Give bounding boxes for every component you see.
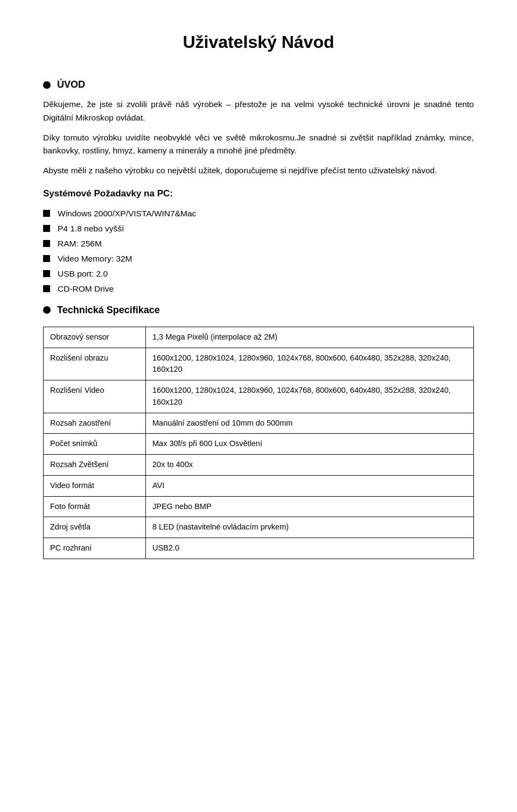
table-cell-value: AVI xyxy=(146,475,474,496)
list-item-label-3: RAM: 256M xyxy=(58,239,102,249)
list-item-label-2: P4 1.8 nebo vyšší xyxy=(58,224,124,234)
table-cell-label: Obrazový sensor xyxy=(44,327,146,348)
list-item: USB port: 2.0 xyxy=(43,269,474,279)
intro-paragraph-3: Abyste měli z našeho výrobku co největší… xyxy=(43,164,474,178)
tech-spec-bullet-icon xyxy=(43,306,51,314)
list-bullet-icon-4 xyxy=(43,255,50,262)
table-row: Rozlišení obrazu1600x1200, 1280x1024, 12… xyxy=(44,348,474,380)
list-item-label-1: Windows 2000/XP/VISTA/WIN7&Mac xyxy=(58,209,196,218)
table-cell-label: Rozlišení Video xyxy=(44,380,146,413)
intro-header: ÚVOD xyxy=(43,79,474,90)
tech-spec-title: Technická Specifikace xyxy=(57,305,160,316)
table-cell-label: Počet snímků xyxy=(44,434,146,455)
list-bullet-icon-1 xyxy=(43,210,50,217)
table-cell-label: Rozsah zaostření xyxy=(44,413,146,434)
system-requirements-section: Systémové Požadavky na PC: Windows 2000/… xyxy=(43,188,474,294)
page-title: Uživatelský Návod xyxy=(43,32,474,52)
list-item-label-4: Video Memory: 32M xyxy=(58,254,132,264)
table-row: Rozlišení Video1600x1200, 1280x1024, 128… xyxy=(44,380,474,413)
intro-title: ÚVOD xyxy=(57,79,85,90)
tech-spec-table: Obrazový sensor1,3 Mega Pixelů (interpol… xyxy=(43,327,474,559)
table-cell-label: Rozlišení obrazu xyxy=(44,348,146,380)
table-row: Zdroj světla8 LED (nastavitelné ovládací… xyxy=(44,517,474,538)
table-row: PC rozhraníUSB2.0 xyxy=(44,538,474,559)
list-item-label-6: CD-ROM Drive xyxy=(58,284,114,294)
list-item-label-5: USB port: 2.0 xyxy=(58,269,108,279)
table-cell-value: 1,3 Mega Pixelů (interpolace až 2M) xyxy=(146,327,474,348)
table-row: Obrazový sensor1,3 Mega Pixelů (interpol… xyxy=(44,327,474,348)
intro-section: ÚVOD Děkujeme, že jste si zvolili právě … xyxy=(43,79,474,178)
table-row: Počet snímkůMax 30f/s při 600 Lux Osvětl… xyxy=(44,434,474,455)
intro-paragraph-1: Děkujeme, že jste si zvolili právě náš v… xyxy=(43,98,474,125)
table-cell-label: Zdroj světla xyxy=(44,517,146,538)
table-row: Rozsah Zvětšení20x to 400x xyxy=(44,455,474,476)
tech-spec-header: Technická Specifikace xyxy=(43,305,474,316)
intro-bullet-icon xyxy=(43,81,51,89)
list-item: Video Memory: 32M xyxy=(43,254,474,264)
table-row: Foto formátJPEG nebo BMP xyxy=(44,496,474,517)
list-item: RAM: 256M xyxy=(43,239,474,249)
intro-paragraph-2: Díky tomuto výrobku uvidíte neobvyklé vě… xyxy=(43,131,474,158)
table-cell-label: PC rozhraní xyxy=(44,538,146,559)
table-cell-value: JPEG nebo BMP xyxy=(146,496,474,517)
table-cell-value: Manuální zaostření od 10mm do 500mm xyxy=(146,413,474,434)
table-cell-value: 20x to 400x xyxy=(146,455,474,476)
table-cell-label: Rozsah Zvětšení xyxy=(44,455,146,476)
tech-spec-section: Technická Specifikace Obrazový sensor1,3… xyxy=(43,305,474,559)
table-cell-label: Foto formát xyxy=(44,496,146,517)
list-bullet-icon-5 xyxy=(43,270,50,277)
system-requirements-title: Systémové Požadavky na PC: xyxy=(43,188,474,199)
list-bullet-icon-6 xyxy=(43,285,50,292)
table-cell-value: 1600x1200, 1280x1024, 1280x960, 1024x768… xyxy=(146,348,474,380)
table-row: Video formátAVI xyxy=(44,475,474,496)
list-bullet-icon-3 xyxy=(43,240,50,247)
list-item: Windows 2000/XP/VISTA/WIN7&Mac xyxy=(43,209,474,218)
table-cell-value: USB2.0 xyxy=(146,538,474,559)
table-cell-value: 1600x1200, 1280x1024, 1280x960, 1024x768… xyxy=(146,380,474,413)
table-cell-value: Max 30f/s při 600 Lux Osvětlení xyxy=(146,434,474,455)
list-bullet-icon-2 xyxy=(43,225,50,232)
list-item: P4 1.8 nebo vyšší xyxy=(43,224,474,234)
list-item: CD-ROM Drive xyxy=(43,284,474,294)
table-cell-label: Video formát xyxy=(44,475,146,496)
table-row: Rozsah zaostřeníManuální zaostření od 10… xyxy=(44,413,474,434)
table-cell-value: 8 LED (nastavitelné ovládacím prvkem) xyxy=(146,517,474,538)
